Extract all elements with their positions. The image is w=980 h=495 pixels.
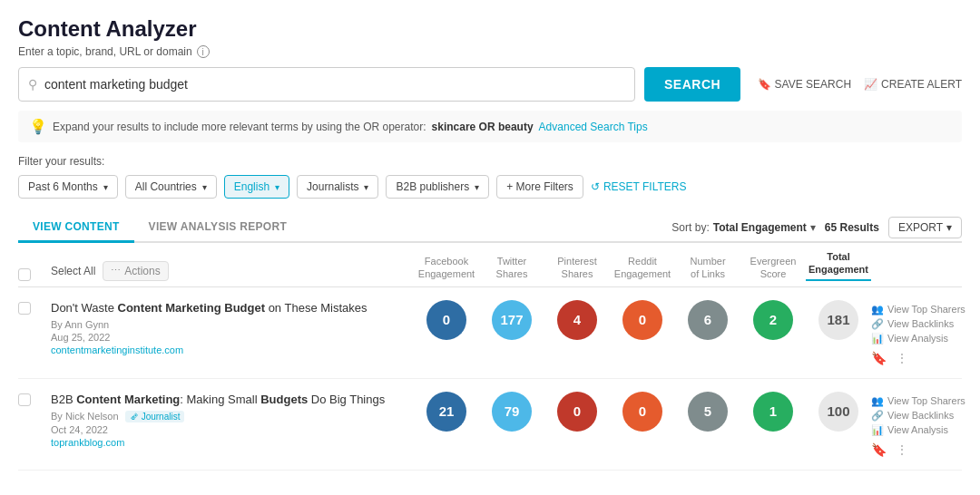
actions-button[interactable]: ⋯ Actions xyxy=(103,261,168,281)
export-chevron-icon: ▾ xyxy=(946,221,952,234)
subtitle-text: Enter a topic, brand, URL or domain xyxy=(18,45,192,58)
article-2-view-analysis[interactable]: 📊 View Analysis xyxy=(871,424,962,436)
tip-icon: 💡 xyxy=(29,118,47,135)
filter-label: Filter your results: xyxy=(18,155,962,168)
filter-past-6-months[interactable]: Past 6 Months ▾ xyxy=(18,175,118,199)
article-2-evergreen-bubble: 1 xyxy=(753,392,793,432)
article-2-facebook-bubble: 21 xyxy=(426,392,466,432)
article-2-share-icon[interactable]: ⋮ xyxy=(896,442,908,457)
table-row: B2B Content Marketing: Making Small Budg… xyxy=(18,379,962,471)
article-1-links-bubble: 6 xyxy=(688,300,728,340)
article-1-share-icon[interactable]: ⋮ xyxy=(896,351,908,365)
article-2-reddit-bubble: 0 xyxy=(622,392,662,432)
filter-b2b-publishers-label: B2B publishers xyxy=(396,180,469,193)
article-1-view-top-sharers[interactable]: 👥 View Top Sharers xyxy=(871,304,962,315)
filter-all-countries[interactable]: All Countries ▾ xyxy=(125,175,217,199)
sort-selector[interactable]: Sort by: Total Engagement ▾ xyxy=(671,221,815,234)
select-all-checkbox[interactable] xyxy=(18,268,31,281)
article-1-author: By Ann Gynn xyxy=(51,319,405,330)
bar-chart-icon: 📊 xyxy=(871,424,884,436)
article-1-date: Aug 25, 2022 xyxy=(51,332,405,343)
create-alert-link[interactable]: 📈 CREATE ALERT xyxy=(864,78,962,91)
article-2-view-top-sharers[interactable]: 👥 View Top Sharers xyxy=(871,395,962,407)
journalist-icon: 🗞 xyxy=(130,412,139,422)
sort-label: Sort by: xyxy=(671,221,709,234)
article-1-bookmark-icon[interactable]: 🔖 xyxy=(871,351,887,365)
search-box: ⚲ xyxy=(18,67,635,102)
article-1-checkbox[interactable] xyxy=(18,302,31,315)
article-2-view-backlinks[interactable]: 🔗 View Backlinks xyxy=(871,410,962,422)
article-1-view-analysis[interactable]: 📊 View Analysis xyxy=(871,333,962,345)
article-1-facebook-bubble: 0 xyxy=(426,300,466,340)
article-1-source[interactable]: contentmarketinginstitute.com xyxy=(51,345,405,355)
filter-journalists-label: Journalists xyxy=(307,180,358,193)
tip-highlight: skincare OR beauty xyxy=(432,121,534,133)
filter-past-6-months-label: Past 6 Months xyxy=(28,180,98,193)
link-icon: 🔗 xyxy=(871,410,884,422)
filter-b2b-publishers[interactable]: B2B publishers ▾ xyxy=(386,175,489,199)
col-header-links: Numberof Links xyxy=(675,255,740,281)
article-1-view-backlinks[interactable]: 🔗 View Backlinks xyxy=(871,318,962,330)
search-icon: ⚲ xyxy=(28,77,37,92)
article-2-title: B2B Content Marketing: Making Small Budg… xyxy=(51,392,405,408)
tab-view-content[interactable]: VIEW CONTENT xyxy=(18,213,134,243)
filter-all-countries-label: All Countries xyxy=(135,180,197,193)
article-2-pinterest-bubble: 0 xyxy=(557,392,597,432)
export-button[interactable]: EXPORT ▾ xyxy=(888,217,962,238)
filter-journalists[interactable]: Journalists ▾ xyxy=(297,175,378,199)
page-title: Content Analyzer xyxy=(18,16,962,42)
info-icon: i xyxy=(197,45,210,58)
alert-icon: 📈 xyxy=(864,78,877,91)
select-all-label: Select All xyxy=(51,265,95,277)
more-filters-label: + More Filters xyxy=(506,180,573,193)
results-count: 65 Results xyxy=(825,221,879,234)
link-icon: 🔗 xyxy=(871,318,884,330)
col-header-evergreen: EvergreenScore xyxy=(740,255,806,281)
article-2-twitter-bubble: 79 xyxy=(492,392,532,432)
col-header-twitter: TwitterShares xyxy=(479,255,544,281)
article-1-pinterest-bubble: 4 xyxy=(557,300,597,340)
article-1-twitter-bubble: 177 xyxy=(492,300,532,340)
article-1-title: Don't Waste Content Marketing Budget on … xyxy=(51,300,405,316)
col-header-reddit: RedditEngagement xyxy=(610,255,675,281)
col-header-facebook: FacebookEngagement xyxy=(414,255,479,281)
journalist-badge: 🗞 Journalist xyxy=(125,411,185,422)
users-icon: 👥 xyxy=(871,304,884,315)
article-2-author: By Nick Nelson 🗞 Journalist xyxy=(51,411,405,422)
chevron-icon: ▾ xyxy=(364,182,368,192)
reset-filters-label: RESET FILTERS xyxy=(603,180,687,193)
users-icon: 👥 xyxy=(871,395,884,407)
actions-icon: ⋯ xyxy=(111,265,121,277)
tab-view-analysis-report[interactable]: VIEW ANALYSIS REPORT xyxy=(134,213,301,243)
chevron-icon: ▾ xyxy=(275,182,279,192)
search-button[interactable]: SEARCH xyxy=(644,67,740,102)
filter-english-label: English xyxy=(234,180,270,193)
save-search-link[interactable]: 🔖 SAVE SEARCH xyxy=(758,78,851,91)
more-filters-button[interactable]: + More Filters xyxy=(496,175,583,199)
bar-chart-icon: 📊 xyxy=(871,333,884,345)
actions-label: Actions xyxy=(124,265,160,277)
article-2-bookmark-icon[interactable]: 🔖 xyxy=(871,442,887,457)
save-icon: 🔖 xyxy=(758,78,771,91)
reset-icon: ↺ xyxy=(591,180,600,193)
article-2-source[interactable]: toprankblog.com xyxy=(51,437,405,448)
tip-text: Expand your results to include more rele… xyxy=(53,121,426,133)
reset-filters-button[interactable]: ↺ RESET FILTERS xyxy=(591,180,687,193)
advanced-search-tips-link[interactable]: Advanced Search Tips xyxy=(539,121,648,133)
col-header-pinterest: PinterestShares xyxy=(544,255,610,281)
chevron-icon: ▾ xyxy=(103,182,108,192)
sort-value: Total Engagement xyxy=(713,221,807,234)
article-1-reddit-bubble: 0 xyxy=(622,300,662,340)
article-2-total-bubble: 100 xyxy=(818,392,858,432)
tip-row: 💡 Expand your results to include more re… xyxy=(18,111,962,142)
chevron-icon: ▾ xyxy=(202,182,207,192)
table-row: Don't Waste Content Marketing Budget on … xyxy=(18,287,962,379)
article-2-checkbox[interactable] xyxy=(18,393,31,406)
filter-english[interactable]: English ▾ xyxy=(224,175,289,199)
article-1-total-bubble: 181 xyxy=(818,300,858,340)
chevron-icon: ▾ xyxy=(475,182,479,192)
col-header-total: TotalEngagement xyxy=(806,250,871,281)
search-input[interactable] xyxy=(44,77,625,92)
article-2-links-bubble: 5 xyxy=(688,392,728,432)
article-1-evergreen-bubble: 2 xyxy=(753,300,793,340)
